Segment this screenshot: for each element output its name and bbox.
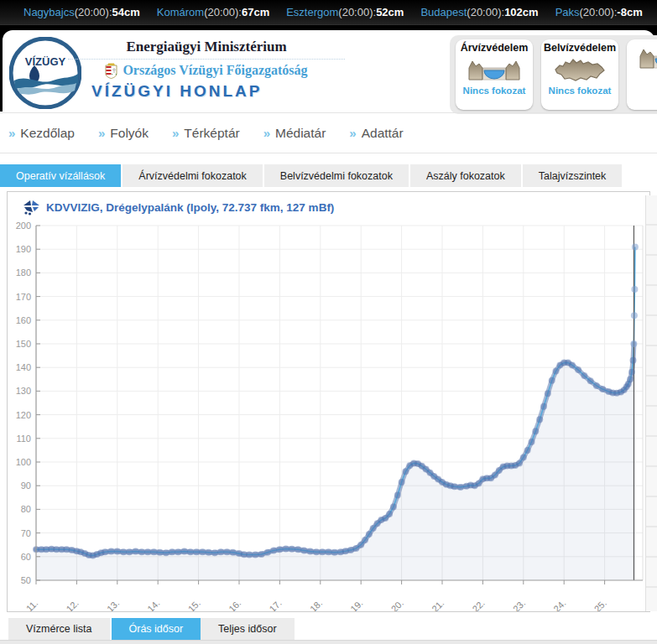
bottom-tab-vizmerce-lista[interactable]: Vízmérce lista [8,618,110,640]
data-point-marker [276,546,283,553]
data-point-marker [108,548,115,555]
data-point-marker [529,439,535,445]
data-point-marker [270,548,277,554]
x-tick-label: 11.20. [380,598,405,611]
badge-status: I. [627,74,657,84]
nav-bullet-icon: » [263,126,270,140]
hungary-map-icon [553,56,607,85]
chart-station-logo-icon [23,200,40,216]
tab-aszaly-fokozatok[interactable]: Aszály fokozatok [410,164,521,187]
nav-item-label: Térképtár [184,126,239,141]
data-point-marker [394,492,401,499]
badge-status: Nincs fokozat [541,86,618,96]
tab-belvizvedelmi-fokozatok[interactable]: Belvízvédelmi fokozatok [264,164,409,187]
bottom-tab-teljes-idosor[interactable]: Teljes idősor [201,618,294,640]
nav-bullet-icon: » [98,126,105,140]
data-point-marker [120,548,127,555]
x-tick-label: 11.24. [543,598,568,611]
data-point-marker [157,549,164,556]
ticker-station-time: (20:00): [338,6,376,18]
data-point-marker [163,549,169,556]
y-tick-label: 200 [16,221,31,231]
ticker-station-nagybajcs[interactable]: Nagybajcs(20:00):54cm [23,6,140,18]
ticker-station-value: 54cm [112,6,140,18]
chart-title: KDVVIZIG, Drégelypalánk (Ipoly, 72.737 f… [46,201,334,214]
hungarian-crest-icon [105,62,117,79]
data-point-marker [587,377,594,384]
data-point-marker [102,548,108,555]
x-tick-label: 11.13. [96,598,122,611]
data-point-marker [581,372,587,379]
data-point-marker [193,548,200,555]
badge-status: Nincs fokozat [456,86,533,96]
data-point-marker [545,390,551,397]
data-point-marker [224,548,231,555]
site-title: VÍZÜGYI HONLAP [68,82,345,101]
x-tick-label: 11.22. [461,598,487,611]
riverbed-water-icon [467,56,521,85]
data-point-marker [520,454,527,460]
data-point-marker [631,286,638,293]
nav-bullet-icon: » [172,126,179,140]
ticker-station-value: 67cm [242,6,269,18]
data-point-marker [627,376,634,382]
data-point-marker [217,548,224,555]
x-tick-label: 11.12. [55,598,81,611]
nav-item-label: Kezdőlap [20,126,75,141]
data-point-marker [402,468,409,475]
data-point-marker [628,369,635,376]
badge-arvizvedelem[interactable]: ÁrvízvédelemNincs fokozat [456,39,533,110]
badge-title: Árvízvédelem [456,42,533,54]
y-tick-label: 70 [21,528,31,538]
data-point-marker [536,416,543,423]
ticker-station-name: Esztergom [286,6,338,18]
ticker-station-name: Paks [555,6,580,18]
data-point-marker [169,548,175,555]
x-tick-label: 11.19. [340,598,365,611]
nav-item-adattar[interactable]: »Adattár [349,126,403,141]
tab-arvizvedelmi-fokozatok[interactable]: Árvízvédelmi fokozatok [123,164,263,187]
badge-belvizvedelem[interactable]: BelvízvédelemNincs fokozat [541,39,618,110]
main-nav: »Kezdőlap»Folyók»Térképtár»Médiatár»Adat… [0,112,657,153]
ticker-station-paks[interactable]: Paks(20:00):-8cm [555,6,643,18]
data-point-marker [399,479,405,486]
tab-talajvizszintek[interactable]: Talajvízszintek [523,164,623,187]
nav-item-label: Médiatár [275,126,326,141]
nav-item-mediatar[interactable]: »Médiatár [263,126,326,141]
data-point-marker [516,460,523,466]
nav-item-kezdolap[interactable]: »Kezdőlap [8,126,75,141]
ticker-station-budapest[interactable]: Budapest(20:00):102cm [420,6,538,18]
data-point-marker [362,537,368,543]
data-point-marker [366,531,373,538]
data-point-marker [326,548,332,555]
ticker-station-komarom[interactable]: Komárom(20:00):67cm [157,6,269,18]
riverbed-water-icon [639,44,657,73]
data-point-marker [532,428,539,434]
data-point-marker [138,548,145,555]
site-header: VÍZÜGY Energiaügyi Minisztérium [0,25,657,112]
nav-item-terkeptar[interactable]: »Térképtár [172,126,240,141]
nav-item-label: Folyók [110,126,149,141]
badge-partial[interactable]: I. [627,39,657,110]
water-level-chart[interactable]: 2001901801701601501401301201101009080706… [8,219,645,611]
data-point-marker [540,403,547,410]
nav-item-folyok[interactable]: »Folyók [98,126,149,141]
data-point-marker [569,361,576,368]
bottom-tab-oras-idosor[interactable]: Órás idősor [112,618,201,640]
data-point-marker [175,548,181,555]
tab-operativ-vizallasok[interactable]: Operatív vízállások [0,164,121,187]
nav-bullet-icon: » [8,126,15,140]
ticker-station-time: (20:00): [75,6,112,18]
data-point-marker [575,366,581,373]
data-point-marker [524,447,531,454]
nav-item-label: Adattár [362,126,404,141]
y-tick-label: 90 [21,480,31,491]
y-tick-label: 180 [16,267,31,278]
ticker-station-esztergom[interactable]: Esztergom(20:00):52cm [286,6,404,18]
y-tick-label: 80 [21,504,31,514]
right-gutter-panel[interactable] [645,195,657,611]
data-point-marker [114,548,121,555]
data-point-marker [307,548,314,555]
data-point-marker [252,552,258,558]
y-tick-label: 170 [16,292,31,302]
